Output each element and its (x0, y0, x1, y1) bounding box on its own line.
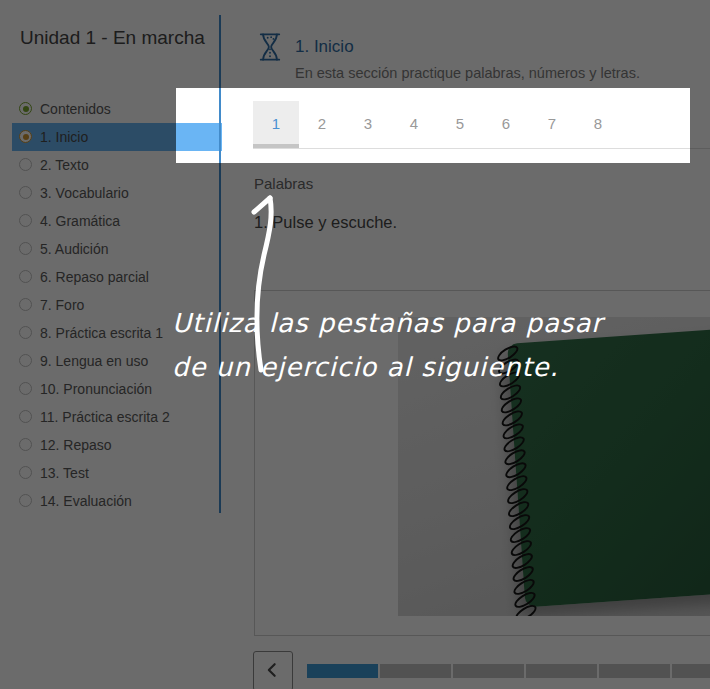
unit-nav: Contenidos1. Inicio2. Texto3. Vocabulari… (0, 95, 222, 515)
sidebar-item[interactable]: 14. Evaluación (12, 487, 222, 515)
progress-bar (307, 664, 710, 678)
sidebar-item-label: 4. Gramática (40, 213, 120, 229)
tab-6[interactable]: 6 (483, 101, 529, 148)
radio-empty-icon (19, 494, 32, 507)
radio-orange-icon (19, 130, 32, 143)
sidebar-item-label: 7. Foro (40, 297, 84, 313)
tab-3[interactable]: 3 (345, 101, 391, 148)
sidebar-item[interactable]: 5. Audición (12, 235, 222, 263)
sidebar-item-label: 1. Inicio (40, 129, 88, 145)
sidebar-item-label: 3. Vocabulario (40, 185, 129, 201)
sidebar-item[interactable]: 9. Lengua en uso (12, 347, 222, 375)
radio-empty-icon (19, 382, 32, 395)
exercise-image: LP LIDERPAPEL (398, 317, 710, 616)
radio-empty-icon (19, 466, 32, 479)
radio-empty-icon (19, 214, 32, 227)
sidebar-item[interactable]: 12. Repaso (12, 431, 222, 459)
sidebar-item-label: 13. Test (40, 465, 89, 481)
tab-7[interactable]: 7 (529, 101, 575, 148)
radio-empty-icon (19, 354, 32, 367)
sidebar-item[interactable]: 4. Gramática (12, 207, 222, 235)
radio-empty-icon (19, 298, 32, 311)
sidebar-item[interactable]: 11. Práctica escrita 2 (12, 403, 222, 431)
tab-8[interactable]: 8 (575, 101, 621, 148)
sidebar-item-label: 10. Pronunciación (40, 381, 152, 397)
sidebar-item[interactable]: 7. Foro (12, 291, 222, 319)
sidebar-item-label: 5. Audición (40, 241, 109, 257)
exercise-tabs: 12345678 (253, 101, 621, 148)
unit-title: Unidad 1 - En marcha (20, 24, 205, 51)
progress-segment (453, 664, 524, 678)
sidebar-item[interactable]: 10. Pronunciación (12, 375, 222, 403)
tabs-underline (253, 148, 710, 149)
progress-segment (307, 664, 378, 678)
progress-segment (599, 664, 670, 678)
exercise-category-label: Palabras (254, 175, 313, 192)
previous-button[interactable] (253, 651, 293, 689)
course-page: Unidad 1 - En marcha Contenidos1. Inicio… (0, 0, 710, 689)
progress-segment (672, 664, 710, 678)
radio-empty-icon (19, 270, 32, 283)
sidebar-item[interactable]: Contenidos (12, 95, 222, 123)
sidebar-item[interactable]: 3. Vocabulario (12, 179, 222, 207)
sidebar-item[interactable]: 6. Repaso parcial (12, 263, 222, 291)
sidebar-item[interactable]: 8. Práctica escrita 1 (12, 319, 222, 347)
sidebar-item[interactable]: 2. Texto (12, 151, 222, 179)
section-title: 1. Inicio (295, 37, 354, 57)
tab-2[interactable]: 2 (299, 101, 345, 148)
notebook-photo: LP LIDERPAPEL (507, 327, 710, 608)
radio-empty-icon (19, 158, 32, 171)
tab-1[interactable]: 1 (253, 101, 299, 148)
chevron-left-icon (263, 668, 283, 683)
sidebar-item-label: 11. Práctica escrita 2 (40, 409, 170, 425)
section-subtitle: En esta sección practique palabras, núme… (295, 65, 640, 81)
tab-5[interactable]: 5 (437, 101, 483, 148)
radio-empty-icon (19, 438, 32, 451)
exercise-instruction: 1. Pulse y escuche. (254, 213, 397, 232)
radio-empty-icon (19, 326, 32, 339)
progress-segment (526, 664, 597, 678)
sidebar-item-label: 6. Repaso parcial (40, 269, 149, 285)
progress-segment (380, 664, 451, 678)
spiral-binding (495, 347, 541, 616)
sidebar-item-label: 8. Práctica escrita 1 (40, 325, 163, 341)
hourglass-icon (256, 32, 284, 66)
sidebar-item-label: 12. Repaso (40, 437, 112, 453)
sidebar-item-label: Contenidos (40, 101, 111, 117)
sidebar-item-label: 9. Lengua en uso (40, 353, 148, 369)
tab-4[interactable]: 4 (391, 101, 437, 148)
radio-green-icon (19, 102, 32, 115)
sidebar-item-label: 14. Evaluación (40, 493, 132, 509)
sidebar-divider (219, 15, 221, 513)
radio-empty-icon (19, 186, 32, 199)
sidebar-item[interactable]: 1. Inicio (12, 123, 222, 151)
sidebar-item-label: 2. Texto (40, 157, 89, 173)
radio-empty-icon (19, 242, 32, 255)
radio-empty-icon (19, 410, 32, 423)
sidebar-item[interactable]: 13. Test (12, 459, 222, 487)
